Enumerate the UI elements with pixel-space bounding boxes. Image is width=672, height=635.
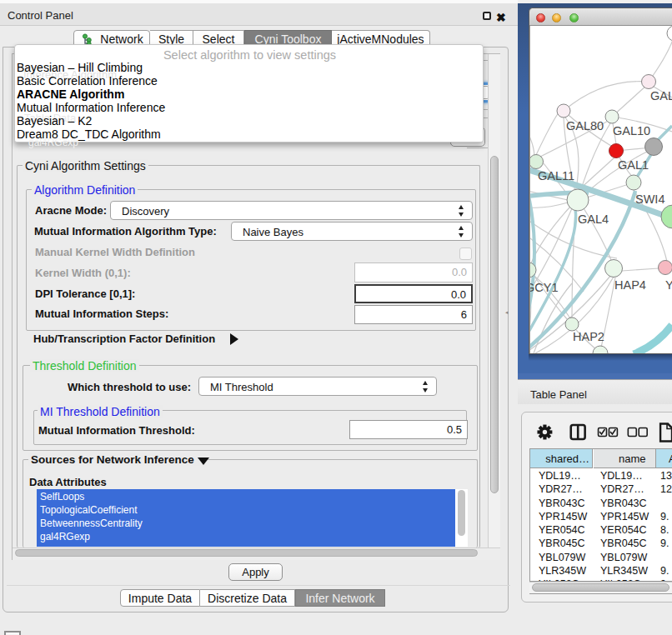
svg-text:GAL10: GAL10 — [613, 124, 650, 138]
svg-text:GAL80: GAL80 — [566, 119, 604, 132]
svg-text:SWI4: SWI4 — [635, 192, 664, 206]
svg-text:GAL1: GAL1 — [618, 158, 649, 172]
svg-text:GAL7: GAL7 — [650, 89, 672, 102]
svg-text:GCY1: GCY1 — [530, 281, 559, 294]
svg-text:GAL4: GAL4 — [578, 212, 609, 226]
svg-text:HAP4: HAP4 — [614, 278, 646, 292]
svg-text:HAP2: HAP2 — [573, 330, 604, 343]
svg-text:GAL11: GAL11 — [538, 169, 574, 182]
svg-text:YD: YD — [665, 278, 672, 292]
